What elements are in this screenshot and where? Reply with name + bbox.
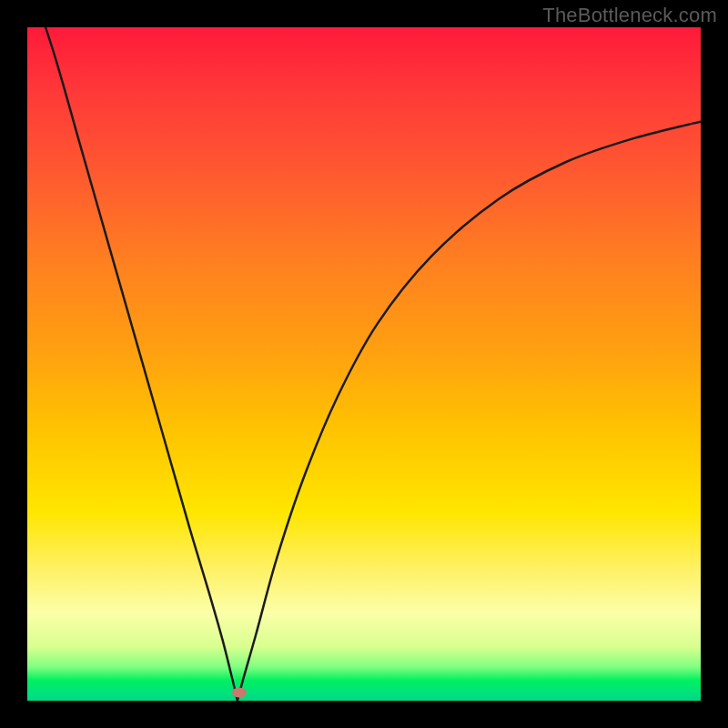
watermark-text: TheBottleneck.com bbox=[542, 4, 717, 27]
chart-frame: TheBottleneck.com bbox=[0, 0, 728, 728]
plot-area bbox=[27, 27, 701, 701]
bottleneck-curve bbox=[27, 27, 701, 701]
min-marker bbox=[232, 688, 247, 698]
